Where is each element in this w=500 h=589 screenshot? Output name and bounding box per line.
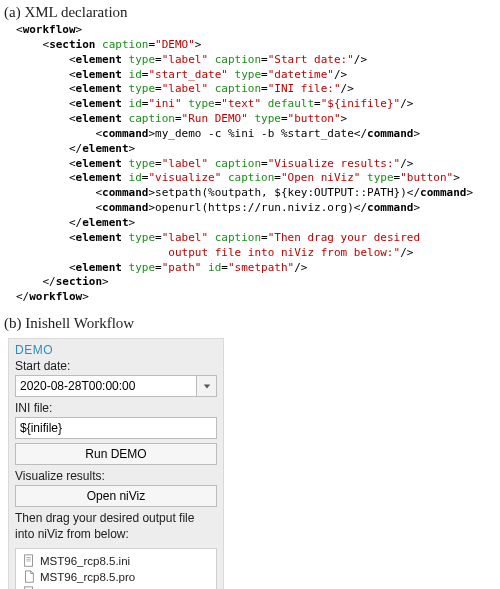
file-item[interactable]: MST96_rcp8.5.smet — [18, 585, 214, 589]
workflow-panel: DEMO Start date: INI file: Run DEMO Visu… — [8, 338, 224, 589]
inifile-label: INI file: — [15, 401, 217, 415]
startdate-dropdown-button[interactable] — [197, 375, 217, 397]
file-name: MST96_rcp8.5.ini — [40, 555, 130, 567]
run-demo-button[interactable]: Run DEMO — [15, 443, 217, 465]
startdate-input[interactable] — [15, 375, 197, 397]
file-icon — [22, 570, 36, 584]
figure-label-a: (a) XML declaration — [0, 0, 500, 23]
chevron-down-icon — [203, 382, 211, 390]
file-list: MST96_rcp8.5.ini MST96_rcp8.5.pro MST96_… — [15, 548, 217, 589]
drag-instruction-label: Then drag your desired output file into … — [15, 511, 217, 542]
panel-title: DEMO — [15, 343, 217, 357]
svg-marker-0 — [203, 384, 209, 388]
file-item[interactable]: MST96_rcp8.5.ini — [18, 553, 214, 569]
startdate-label: Start date: — [15, 359, 217, 373]
figure-label-b: (b) Inishell Workflow — [0, 311, 500, 334]
inifile-input[interactable] — [15, 417, 217, 439]
file-icon — [22, 554, 36, 568]
open-niviz-button[interactable]: Open niViz — [15, 485, 217, 507]
file-name: MST96_rcp8.5.pro — [40, 571, 135, 583]
xml-code-block: <workflow> <section caption="DEMO"> <ele… — [0, 23, 500, 311]
file-item[interactable]: MST96_rcp8.5.pro — [18, 569, 214, 585]
visualize-label: Visualize results: — [15, 469, 217, 483]
